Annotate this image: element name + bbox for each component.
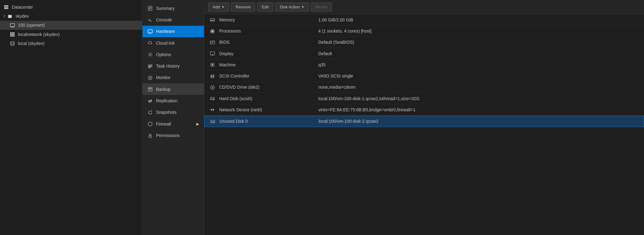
vm-icon bbox=[9, 23, 15, 28]
nav-item-backup[interactable]: Backup bbox=[142, 83, 204, 95]
svg-rect-33 bbox=[149, 88, 151, 89]
storage-icon bbox=[9, 41, 15, 46]
scsi-value: VirtIO SCSI single bbox=[318, 73, 640, 78]
hw-row-harddisk[interactable]: Hard Disk (scsi0) local:100/vm-100-disk-… bbox=[204, 93, 644, 104]
svg-rect-2 bbox=[4, 8, 8, 9]
add-button[interactable]: Add ▼ bbox=[208, 2, 229, 11]
firewall-icon bbox=[147, 121, 153, 126]
remove-button[interactable]: Remove bbox=[231, 2, 255, 11]
svg-point-71 bbox=[214, 122, 214, 123]
sidebar: Datacenter ∨ skydev 100 (openwrt) localn… bbox=[0, 0, 142, 235]
monitor-icon bbox=[147, 75, 153, 80]
monitor-label: Monitor bbox=[156, 75, 171, 80]
permissions-icon bbox=[147, 133, 153, 138]
memory-name: Memory bbox=[219, 17, 318, 22]
svg-rect-1 bbox=[4, 7, 8, 8]
display-icon bbox=[209, 51, 216, 56]
disk-action-label: Disk Action bbox=[280, 5, 300, 9]
skydev-chevron: ∨ bbox=[3, 14, 6, 18]
taskhistory-icon bbox=[147, 63, 153, 69]
summary-icon bbox=[147, 6, 153, 11]
hw-row-memory[interactable]: Memory 1.00 GiB/2.00 GiB bbox=[204, 14, 644, 25]
add-label: Add bbox=[213, 5, 220, 9]
nav-item-console[interactable]: Console bbox=[142, 14, 204, 25]
hw-row-display[interactable]: Display Default bbox=[204, 48, 644, 59]
main-content: Add ▼ Remove Edit Disk Action ▼ Revert M… bbox=[204, 0, 644, 235]
svg-point-4 bbox=[9, 16, 11, 17]
disk-action-arrow-icon: ▼ bbox=[301, 5, 304, 9]
sidebar-item-datacenter[interactable]: Datacenter bbox=[0, 2, 142, 11]
svg-rect-54 bbox=[210, 41, 215, 44]
svg-point-18 bbox=[11, 42, 14, 43]
hw-row-netdev[interactable]: Network Device (net0) virtio=FE:9A:EE:75… bbox=[204, 104, 644, 115]
cddvd-value: none,media=cdrom bbox=[318, 85, 640, 90]
nav-item-permissions[interactable]: Permissions bbox=[142, 130, 204, 141]
svg-rect-5 bbox=[10, 24, 15, 27]
svg-rect-57 bbox=[210, 52, 215, 55]
sidebar-item-localnetwork[interactable]: localnetwork (skydev) bbox=[0, 30, 142, 39]
options-icon bbox=[147, 52, 153, 57]
cddvd-name: CD/DVD Drive (ide2) bbox=[219, 85, 318, 90]
svg-rect-9 bbox=[10, 32, 11, 33]
svg-rect-6 bbox=[11, 27, 13, 28]
datacenter-icon bbox=[3, 4, 9, 10]
edit-button[interactable]: Edit bbox=[257, 2, 273, 11]
svg-point-62 bbox=[212, 64, 213, 65]
nav-item-firewall[interactable]: Firewall ▶ bbox=[142, 118, 204, 130]
svg-rect-45 bbox=[211, 30, 213, 32]
nav-panel: Summary Console Hardware Cloud-Init Opti… bbox=[142, 0, 204, 235]
sidebar-item-vm100[interactable]: 100 (openwrt) bbox=[0, 21, 142, 30]
hw-row-unuseddisk[interactable]: Unused Disk 0 local:100/vm-100-disk-2.qc… bbox=[204, 116, 644, 127]
svg-point-63 bbox=[211, 75, 214, 76]
taskhistory-label: Task History bbox=[156, 64, 180, 69]
disk-action-button[interactable]: Disk Action ▼ bbox=[275, 2, 309, 11]
hw-row-processors[interactable]: Processors 4 (1 sockets, 4 cores) [host] bbox=[204, 25, 644, 37]
nav-item-hardware[interactable]: Hardware bbox=[142, 26, 204, 37]
skydev-icon bbox=[7, 13, 13, 19]
svg-point-37 bbox=[150, 136, 150, 137]
snapshots-icon bbox=[147, 110, 153, 115]
netdev-icon bbox=[209, 107, 216, 112]
sidebar-item-skydev[interactable]: ∨ skydev bbox=[0, 11, 142, 20]
svg-rect-24 bbox=[148, 30, 152, 33]
svg-rect-0 bbox=[4, 5, 8, 6]
svg-rect-15 bbox=[13, 32, 15, 33]
display-name: Display bbox=[219, 51, 318, 56]
nav-item-replication[interactable]: Replication bbox=[142, 95, 204, 106]
svg-rect-29 bbox=[148, 67, 151, 68]
nav-item-options[interactable]: Options bbox=[142, 49, 204, 60]
harddisk-value: local:100/vm-100-disk-1.qcow2,iothread=1… bbox=[318, 96, 640, 101]
cloudinit-icon bbox=[147, 40, 153, 46]
localnetwork-label: localnetwork (skydev) bbox=[18, 32, 60, 37]
console-icon bbox=[147, 17, 153, 22]
unuseddisk-value: local:100/vm-100-disk-2.qcow2 bbox=[319, 119, 639, 124]
nav-item-cloudinit[interactable]: Cloud-Init bbox=[142, 37, 204, 49]
sidebar-item-local[interactable]: local (skydev) bbox=[0, 39, 142, 48]
nav-item-taskhistory[interactable]: Task History bbox=[142, 60, 204, 72]
nav-item-summary[interactable]: Summary bbox=[142, 2, 204, 14]
svg-point-31 bbox=[150, 77, 151, 78]
hw-row-machine[interactable]: Machine q35 bbox=[204, 59, 644, 70]
hw-row-bios[interactable]: BIOS Default (SeaBIOS) bbox=[204, 37, 644, 48]
toolbar: Add ▼ Remove Edit Disk Action ▼ Revert bbox=[204, 0, 644, 14]
revert-button[interactable]: Revert bbox=[311, 2, 332, 11]
firewall-arrow: ▶ bbox=[196, 122, 199, 126]
svg-point-64 bbox=[211, 86, 214, 89]
hw-row-scsi[interactable]: SCSI Controller VirtIO SCSI single bbox=[204, 70, 644, 82]
hw-row-cddvd[interactable]: CD/DVD Drive (ide2) none,media=cdrom bbox=[204, 82, 644, 93]
bios-name: BIOS bbox=[219, 40, 318, 45]
unuseddisk-icon bbox=[209, 119, 216, 124]
netdev-name: Network Device (net0) bbox=[219, 107, 318, 112]
svg-rect-14 bbox=[12, 35, 13, 37]
replication-label: Replication bbox=[156, 98, 177, 103]
processors-icon bbox=[209, 28, 216, 33]
bios-value: Default (SeaBIOS) bbox=[318, 40, 640, 45]
cloudinit-label: Cloud-Init bbox=[156, 41, 175, 46]
nav-item-snapshots[interactable]: Snapshots bbox=[142, 107, 204, 118]
nav-item-monitor[interactable]: Monitor bbox=[142, 72, 204, 83]
scsi-icon bbox=[209, 73, 216, 78]
snapshots-label: Snapshots bbox=[156, 110, 176, 115]
backup-label: Backup bbox=[156, 87, 171, 92]
firewall-label: Firewall bbox=[156, 122, 171, 126]
revert-label: Revert bbox=[315, 5, 327, 9]
